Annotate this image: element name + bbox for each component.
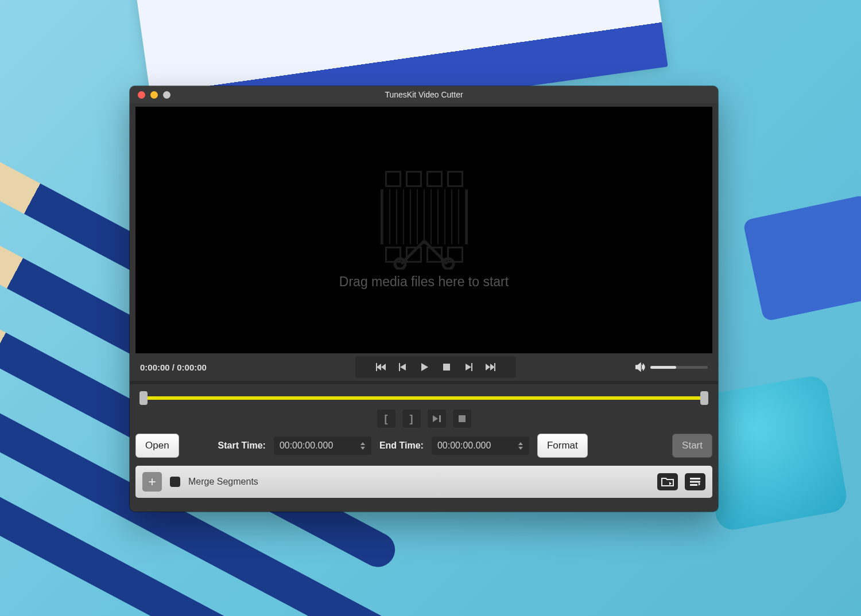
edit-section: [ ] Open Start Time: 00:00:00.000 End Ti… — [130, 384, 718, 466]
svg-rect-4 — [459, 415, 466, 422]
end-time-stepper[interactable] — [518, 442, 523, 450]
playback-controls — [355, 356, 516, 378]
open-button[interactable]: Open — [135, 434, 179, 458]
svg-rect-6 — [690, 481, 700, 483]
start-time-label: Start Time: — [218, 440, 266, 451]
start-time-input[interactable]: 00:00:00.000 — [274, 436, 371, 455]
svg-rect-2 — [443, 364, 450, 371]
minimize-icon[interactable] — [150, 91, 158, 99]
output-folder-button[interactable] — [657, 473, 678, 490]
preview-stop-icon[interactable] — [453, 410, 471, 428]
folder-icon — [661, 477, 674, 487]
bottom-bar: + Merge Segments — [135, 466, 712, 498]
step-back-icon[interactable] — [393, 358, 413, 376]
svg-rect-3 — [439, 415, 441, 422]
format-button[interactable]: Format — [537, 434, 588, 458]
start-button[interactable]: Start — [672, 434, 712, 458]
step-forward-icon[interactable] — [458, 358, 479, 376]
film-cut-icon — [373, 171, 476, 263]
volume-control — [620, 362, 712, 372]
volume-icon[interactable] — [635, 362, 646, 372]
volume-slider[interactable] — [650, 366, 708, 369]
trim-range-slider[interactable] — [144, 393, 704, 403]
trim-handle-start[interactable] — [139, 391, 148, 405]
add-segment-button[interactable]: + — [142, 472, 162, 492]
end-time-label: End Time: — [379, 440, 424, 451]
timecode: 0:00:00 / 0:00:00 — [135, 362, 250, 372]
mark-out-icon[interactable]: ] — [402, 410, 421, 428]
play-icon[interactable] — [414, 358, 435, 376]
trim-handle-end[interactable] — [700, 391, 708, 405]
skip-back-icon[interactable] — [371, 358, 391, 376]
playback-bar: 0:00:00 / 0:00:00 — [135, 353, 712, 381]
plus-icon: + — [148, 474, 156, 490]
segment-list-button[interactable] — [685, 473, 705, 490]
merge-segments-label: Merge Segments — [188, 477, 258, 487]
mark-in-icon[interactable]: [ — [377, 410, 395, 428]
svg-point-1 — [443, 259, 453, 269]
skip-forward-icon[interactable] — [480, 358, 501, 376]
maximize-icon[interactable] — [163, 91, 170, 99]
svg-rect-5 — [690, 478, 700, 479]
titlebar: TunesKit Video Cutter — [130, 86, 718, 103]
end-time-input[interactable]: 00:00:00.000 — [432, 436, 529, 455]
dropzone-text: Drag media files here to start — [339, 274, 509, 290]
svg-point-0 — [395, 259, 405, 269]
start-time-stepper[interactable] — [360, 442, 366, 450]
app-window: TunesKit Video Cutter Drag media files h… — [130, 86, 718, 512]
merge-segments-checkbox[interactable] — [170, 477, 180, 487]
stop-icon[interactable] — [436, 358, 457, 376]
window-title: TunesKit Video Cutter — [130, 90, 718, 99]
list-icon — [689, 477, 701, 486]
video-preview-dropzone[interactable]: Drag media files here to start — [135, 107, 712, 353]
close-icon[interactable] — [138, 91, 145, 99]
svg-rect-7 — [690, 484, 697, 486]
preview-play-icon[interactable] — [428, 410, 446, 428]
